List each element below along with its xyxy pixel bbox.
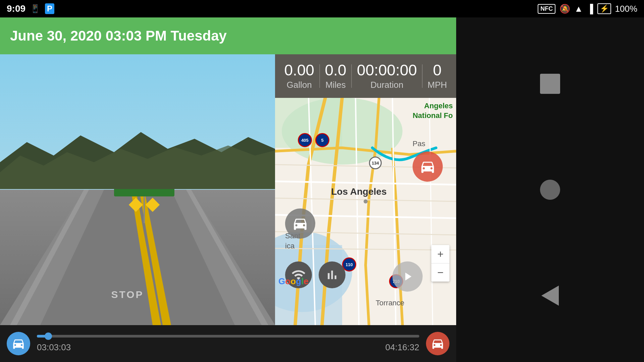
play-icon bbox=[401, 270, 414, 283]
bell-muted-icon: 🔕 bbox=[559, 4, 570, 14]
chart-map-button[interactable] bbox=[319, 261, 345, 288]
map-car-icon-red bbox=[413, 152, 443, 182]
mountains-svg bbox=[0, 122, 275, 189]
signal-icon: ▐ bbox=[587, 4, 593, 14]
mph-stat: 0 MPH bbox=[428, 62, 447, 90]
car-end-icon bbox=[431, 337, 445, 351]
gallon-value: 0.00 bbox=[284, 62, 314, 78]
svg-rect-13 bbox=[146, 198, 160, 212]
nfc-icon: NFC bbox=[538, 4, 555, 14]
road-surface: STOP → ↓ STOP bbox=[0, 190, 275, 325]
car-start-icon bbox=[11, 337, 25, 351]
google-logo: Google bbox=[278, 276, 309, 287]
header-date: June 30, 2020 03:03 PM Tuesday bbox=[10, 28, 227, 44]
wifi-icon: ▲ bbox=[574, 4, 583, 14]
timeline-wrapper: 03:03:03 04:16:32 bbox=[30, 335, 426, 353]
svg-text:STOP: STOP bbox=[111, 289, 144, 300]
svg-text:ica: ica bbox=[285, 242, 295, 250]
circle-button[interactable] bbox=[538, 178, 562, 201]
header-bar: June 30, 2020 03:03 PM Tuesday bbox=[0, 17, 456, 54]
miles-value: 0.0 bbox=[325, 62, 346, 78]
duration-value: 00:00:00 bbox=[357, 62, 417, 78]
gallon-label: Gallon bbox=[287, 80, 312, 90]
map-background: Los Angeles Pas Sant ica Torrance 405 5 … bbox=[275, 98, 456, 325]
car-icon-red-svg bbox=[419, 158, 436, 175]
svg-rect-12 bbox=[129, 198, 143, 212]
timeline-track[interactable] bbox=[37, 335, 419, 338]
interstate-5-badge: 5 bbox=[315, 133, 329, 147]
sim-icon: 📱 bbox=[30, 4, 40, 13]
zoom-in-button[interactable]: + bbox=[431, 245, 449, 263]
miles-label: Miles bbox=[325, 80, 346, 90]
stat-divider-3 bbox=[422, 64, 423, 88]
svg-text:Torrance: Torrance bbox=[376, 299, 405, 307]
gallon-stat: 0.00 Gallon bbox=[284, 62, 314, 90]
timeline-thumb[interactable] bbox=[45, 333, 52, 340]
bottom-timeline-bar: 03:03:03 04:16:32 bbox=[0, 325, 456, 362]
duration-label: Duration bbox=[370, 80, 403, 90]
status-bar: 9:09 📱 P NFC 🔕 ▲ ▐ ⚡ 100% bbox=[0, 0, 644, 17]
timeline-end-time: 04:16:32 bbox=[385, 342, 419, 353]
play-button[interactable] bbox=[392, 261, 423, 292]
map-zoom-controls: + − bbox=[431, 245, 449, 282]
map-car-icon-gray bbox=[285, 208, 315, 239]
square-btn-shape bbox=[540, 74, 560, 94]
zoom-out-button[interactable]: − bbox=[431, 263, 449, 282]
stats-overlay: 0.00 Gallon 0.0 Miles 00:00:00 Duration … bbox=[275, 54, 456, 98]
back-button[interactable] bbox=[538, 284, 562, 307]
battery-icon: ⚡ bbox=[597, 3, 611, 14]
main-content: STOP → ↓ STOP 0.00 Gallon bbox=[0, 54, 456, 325]
car-icon-gray-svg bbox=[292, 215, 309, 232]
map-view: 0.00 Gallon 0.0 Miles 00:00:00 Duration … bbox=[275, 54, 456, 325]
stop-button[interactable] bbox=[538, 72, 562, 96]
timeline-start-icon bbox=[7, 332, 30, 355]
status-time: 9:09 bbox=[7, 3, 25, 14]
mph-value: 0 bbox=[433, 62, 442, 78]
battery-percent: 100% bbox=[615, 4, 638, 14]
timeline-times: 03:03:03 04:16:32 bbox=[37, 342, 419, 353]
right-panel bbox=[456, 17, 644, 362]
parking-icon: P bbox=[45, 3, 54, 14]
angeles-label: Angeles National Fo bbox=[413, 101, 453, 120]
timeline-end-icon bbox=[426, 332, 449, 355]
miles-stat: 0.0 Miles bbox=[325, 62, 346, 90]
svg-text:Pas: Pas bbox=[413, 139, 425, 148]
duration-stat: 00:00:00 Duration bbox=[357, 62, 417, 90]
stat-divider-2 bbox=[351, 64, 352, 88]
timeline-start-time: 03:03:03 bbox=[37, 342, 71, 353]
circle-btn-shape bbox=[540, 180, 560, 200]
route-134-badge: 134 bbox=[369, 157, 382, 169]
svg-point-32 bbox=[364, 199, 368, 203]
stat-divider-1 bbox=[319, 64, 320, 88]
mph-label: MPH bbox=[428, 80, 447, 90]
triangle-btn-shape bbox=[541, 286, 559, 306]
interstate-405-badge: 405 bbox=[298, 133, 312, 147]
svg-text:Los Angeles: Los Angeles bbox=[331, 186, 386, 197]
camera-view: STOP → ↓ STOP bbox=[0, 54, 275, 325]
chart-map-icon bbox=[325, 267, 339, 282]
